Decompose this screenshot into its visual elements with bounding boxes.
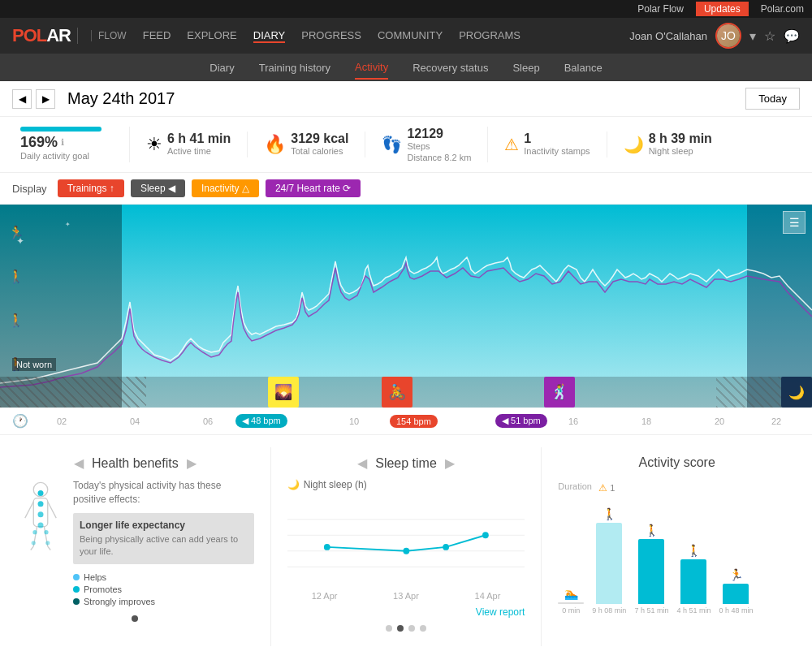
stats-bar: 169% ℹ Daily activity goal ☀ 6 h 41 min … xyxy=(0,117,812,173)
not-worn-area xyxy=(0,377,146,408)
next-date-button[interactable]: ▶ xyxy=(36,89,55,109)
bar-label-1: 0 min xyxy=(562,606,580,615)
health-next-button[interactable]: ▶ xyxy=(187,455,197,471)
updates-button[interactable]: Updates xyxy=(696,2,749,16)
heartrate-button[interactable]: 24/7 Heart rate ⟳ xyxy=(266,179,361,197)
display-bar: Display Trainings ↑ Sleep ◀ Inactivity △… xyxy=(0,173,812,205)
today-button[interactable]: Today xyxy=(745,88,800,110)
nav-programs[interactable]: PROGRAMS xyxy=(459,29,520,43)
dot-1 xyxy=(132,615,138,622)
time-20: 20 xyxy=(715,416,724,426)
activity-chart-wrap: Duration ⚠ 1 🏊 0 min 🚶 9 h 08 min xyxy=(558,478,796,615)
dot-s4 xyxy=(420,625,426,632)
time-10: 10 xyxy=(349,416,359,426)
bottom-panels: ◀ Health benefits ▶ xyxy=(0,435,812,647)
svg-point-23 xyxy=(482,532,489,538)
sleep-chart: 12 Apr 13 Apr 14 Apr xyxy=(287,494,525,600)
health-dots xyxy=(16,609,254,628)
inactivity-icon: ⚠ xyxy=(504,135,519,154)
sleep-date-1: 12 Apr xyxy=(312,591,338,601)
subnav-recovery[interactable]: Recovery status xyxy=(412,57,488,79)
trainings-button[interactable]: Trainings ↑ xyxy=(58,179,124,197)
user-name: Joan O'Callahan xyxy=(629,30,707,42)
polar-flow-link[interactable]: Polar Flow xyxy=(637,3,684,15)
sleep-next-button[interactable]: ▶ xyxy=(445,455,455,471)
top-bar: Polar Flow Updates Polar.com xyxy=(0,0,812,18)
sleep-panel-title: Sleep time xyxy=(375,456,437,471)
svg-point-22 xyxy=(443,544,449,550)
health-text: Today's physical activity has these posi… xyxy=(73,479,254,609)
svg-point-20 xyxy=(324,544,330,550)
nav-diary[interactable]: DIARY xyxy=(253,29,286,43)
star-icon[interactable]: ☆ xyxy=(764,28,775,44)
nav-feed[interactable]: FEED xyxy=(143,29,171,43)
svg-point-9 xyxy=(38,501,44,507)
svg-point-10 xyxy=(38,511,44,517)
sleep-button[interactable]: Sleep ◀ xyxy=(131,179,185,197)
sleep-subtitle: Night sleep (h) xyxy=(304,479,367,490)
nav-community[interactable]: COMMUNITY xyxy=(378,29,443,43)
swim-icon: 🏊 xyxy=(564,587,578,600)
time-22: 22 xyxy=(771,416,781,426)
stat-active-time: ☀ 6 h 41 min Active time xyxy=(130,132,248,157)
activity-chart: ✦ ✦ 🏃 🚶 🚶 🚶 🌄 🚴 🕺 🌙 Not worn ☰ xyxy=(0,205,812,408)
view-report-link[interactable]: View report xyxy=(476,606,525,618)
subnav-sleep[interactable]: Sleep xyxy=(512,57,539,79)
bar-label-2: 9 h 08 min xyxy=(592,606,626,615)
benefit-desc: Being physically active can add years to… xyxy=(80,533,248,559)
sleep-prev-button[interactable]: ◀ xyxy=(357,455,367,471)
subnav-training-history[interactable]: Training history xyxy=(259,57,330,79)
nav-explore[interactable]: EXPLORE xyxy=(187,29,236,43)
time-axis: 🕐 02 04 06 08 10 12 14 16 18 20 22 ◀ 48 … xyxy=(0,408,812,435)
polar-com-link[interactable]: Polar.com xyxy=(761,3,804,15)
subnav-activity[interactable]: Activity xyxy=(355,56,388,80)
stat-inactivity: ⚠ 1 Inactivity stamps xyxy=(488,132,607,157)
steps-value: 12129 xyxy=(407,127,471,141)
nav-progress[interactable]: PROGRESS xyxy=(301,29,361,43)
legend-promotes: Promotes xyxy=(73,584,254,594)
sleep-date-labels: 12 Apr 13 Apr 14 Apr xyxy=(287,591,525,601)
svg-line-2 xyxy=(25,502,34,518)
prev-date-button[interactable]: ◀ xyxy=(12,89,32,109)
health-prev-button[interactable]: ◀ xyxy=(74,455,84,471)
walk-slow-icon: 🚶 xyxy=(603,507,616,520)
benefit-legend: Helps Promotes Strongly improves xyxy=(73,572,254,606)
svg-point-8 xyxy=(38,490,44,496)
chart-filter-button[interactable]: ☰ xyxy=(783,211,806,234)
date-nav: ◀ ▶ xyxy=(12,89,55,109)
bpm-badge-51: ◀ 51 bpm xyxy=(495,414,547,428)
active-time-value: 6 h 41 min xyxy=(167,132,231,146)
inactivity-count: 1 xyxy=(610,483,615,493)
chat-icon[interactable]: 💬 xyxy=(784,28,800,44)
health-desc: Today's physical activity has these posi… xyxy=(73,479,254,507)
dropdown-icon[interactable]: ▾ xyxy=(749,28,756,44)
view-report-row: View report xyxy=(287,604,525,619)
bar-group-4: 🚶 4 h 51 min xyxy=(676,544,710,615)
sleep-chart-svg xyxy=(287,494,525,592)
badge-cycling: 🚴 xyxy=(382,377,412,408)
health-benefit-box: Longer life expectancy Being physically … xyxy=(73,513,254,565)
stat-activity-goal: 169% ℹ Daily activity goal xyxy=(16,127,130,162)
nav-right: Joan O'Callahan JO ▾ ☆ 💬 xyxy=(629,23,800,49)
avatar[interactable]: JO xyxy=(715,23,741,49)
sleep-panel-header: ◀ Sleep time ▶ xyxy=(287,455,525,471)
bar-group-3: 🚶 7 h 51 min xyxy=(634,524,668,615)
bar-4 xyxy=(680,559,706,604)
walk-icon-3: 🚶 xyxy=(687,544,701,557)
activity-score-title: Activity score xyxy=(639,455,715,470)
clock-icon: 🕐 xyxy=(12,413,28,429)
activity-bars: 🏊 0 min 🚶 9 h 08 min 🚶 7 h 51 min xyxy=(558,501,796,615)
time-02: 02 xyxy=(57,416,67,426)
subnav-diary[interactable]: Diary xyxy=(209,57,234,79)
legend-helps: Helps xyxy=(73,572,254,582)
subnav-balance[interactable]: Balance xyxy=(564,57,603,79)
bpm-badge-154: 154 bpm xyxy=(390,415,438,428)
sleep-panel: ◀ Sleep time ▶ 🌙 Night sleep (h) xyxy=(271,447,542,646)
dot-s1 xyxy=(386,625,392,632)
sub-nav: Diary Training history Activity Recovery… xyxy=(0,54,812,81)
info-icon[interactable]: ℹ xyxy=(61,137,64,148)
sleep-value: 8 h 39 min xyxy=(649,132,712,146)
inactivity-button[interactable]: Inactivity △ xyxy=(192,179,259,197)
sleep-label: Night sleep xyxy=(649,146,712,156)
duration-label: Duration xyxy=(558,481,592,491)
